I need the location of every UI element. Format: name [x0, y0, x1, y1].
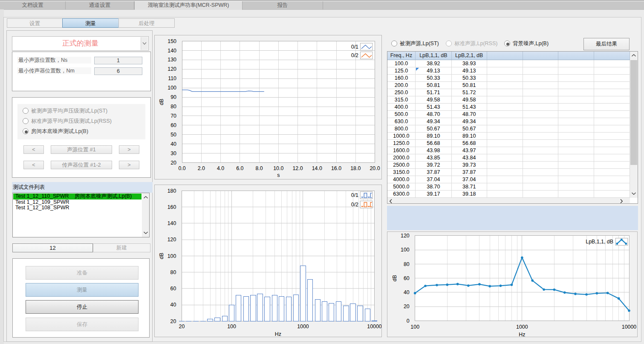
table-row[interactable]: 125.049.1349.13: [387, 67, 630, 75]
table-column-header[interactable]: LpB,2,1, dB: [452, 52, 487, 60]
table-cell[interactable]: [523, 67, 559, 74]
table-cell[interactable]: [487, 133, 523, 139]
table-column-header[interactable]: [523, 52, 559, 60]
scrollbar-thumb[interactable]: [630, 60, 637, 165]
table-cell[interactable]: [523, 147, 559, 154]
table-cell[interactable]: [523, 176, 559, 183]
table-cell[interactable]: 2000.0: [387, 154, 416, 161]
table-cell[interactable]: [523, 96, 559, 103]
test-file-listbox[interactable]: Test 1_12_110_SPWR房间本底噪声测试,Lp(B)Test 1_1…: [12, 193, 150, 237]
table-cell[interactable]: [559, 111, 595, 118]
table-cell[interactable]: [487, 96, 523, 103]
table-cell[interactable]: [559, 154, 595, 161]
table-column-header[interactable]: [487, 52, 523, 60]
table-cell[interactable]: 50.81: [452, 82, 487, 89]
table-cell[interactable]: 51.43: [416, 104, 452, 110]
table-cell[interactable]: [487, 60, 523, 67]
min-source-positions-input[interactable]: 1: [94, 57, 142, 64]
table-cell[interactable]: [523, 133, 559, 139]
source-position-next-button[interactable]: >: [119, 145, 139, 154]
table-row[interactable]: 100.038.9238.93: [387, 60, 630, 67]
table-row[interactable]: 200.050.8150.81: [387, 82, 630, 89]
table-cell[interactable]: [594, 176, 630, 183]
table-cell[interactable]: [523, 162, 559, 168]
table-cell[interactable]: 160.0: [387, 75, 416, 81]
mic-position-prev-button[interactable]: <: [23, 161, 44, 169]
table-cell[interactable]: [523, 118, 559, 125]
table-cell[interactable]: 89.10: [416, 133, 452, 139]
table-cell[interactable]: 38.92: [416, 60, 452, 67]
table-cell[interactable]: 56.68: [416, 140, 452, 147]
tab-document-settings[interactable]: 文档设置: [0, 1, 66, 9]
table-cell[interactable]: 50.33: [416, 75, 452, 81]
table-cell[interactable]: 48.70: [452, 111, 487, 118]
table-cell[interactable]: [559, 191, 595, 197]
table-cell[interactable]: [559, 140, 595, 147]
table-cell[interactable]: 39.17: [416, 191, 452, 197]
listbox-scrollbar[interactable]: [142, 193, 149, 237]
measure-button[interactable]: 测量: [26, 283, 139, 297]
table-cell[interactable]: [487, 176, 523, 183]
scroll-left-icon[interactable]: [390, 199, 392, 203]
table-row[interactable]: 250.051.7151.72: [387, 89, 630, 96]
table-cell[interactable]: 39.18: [452, 191, 487, 197]
table-cell[interactable]: [559, 118, 595, 125]
table-cell[interactable]: 49.13: [452, 67, 487, 74]
table-cell[interactable]: [594, 191, 630, 197]
table-cell[interactable]: [487, 104, 523, 110]
table-cell[interactable]: [559, 75, 595, 81]
table-cell[interactable]: 1000.0: [387, 133, 416, 139]
subtab-measure[interactable]: 测量: [62, 18, 119, 28]
table-cell[interactable]: 39.73: [452, 162, 487, 168]
table-cell[interactable]: [559, 176, 595, 183]
table-row[interactable]: 6300.039.1739.18: [387, 191, 630, 198]
table-cell[interactable]: [594, 82, 630, 89]
table-cell[interactable]: 43.85: [416, 154, 452, 161]
table-row[interactable]: 160.050.3350.33: [387, 75, 630, 82]
table-cell[interactable]: [594, 60, 630, 67]
measure-mode-dropdown[interactable]: 正式的测量: [12, 36, 149, 51]
min-mic-positions-input[interactable]: 6: [94, 67, 142, 75]
stop-button[interactable]: 停止: [26, 300, 139, 314]
table-row[interactable]: 630.049.3449.34: [387, 118, 630, 125]
tab-report[interactable]: 报告: [243, 1, 323, 9]
table-cell[interactable]: 48.70: [416, 111, 452, 118]
table-cell[interactable]: [594, 169, 630, 176]
table-cell[interactable]: 38.93: [452, 60, 487, 67]
table-cell[interactable]: 43.98: [416, 147, 452, 154]
scroll-down-icon[interactable]: [144, 231, 148, 234]
table-cell[interactable]: 39.72: [416, 162, 452, 168]
table-cell[interactable]: 89.10: [452, 133, 487, 139]
tab-channel-settings[interactable]: 通道设置: [66, 1, 134, 9]
file-count-input[interactable]: 12: [12, 243, 93, 252]
table-cell[interactable]: 630.0: [387, 118, 416, 125]
table-cell[interactable]: 37.04: [452, 176, 487, 183]
table-cell[interactable]: 50.67: [416, 125, 452, 132]
table-cell[interactable]: [594, 75, 630, 81]
table-cell[interactable]: 38.70: [416, 183, 452, 190]
table-cell[interactable]: [487, 125, 523, 132]
table-cell[interactable]: [487, 169, 523, 176]
table-cell[interactable]: [594, 133, 630, 139]
table-cell[interactable]: 315.0: [387, 96, 416, 103]
new-file-button[interactable]: 新建: [93, 243, 150, 252]
table-cell[interactable]: [523, 154, 559, 161]
table-vertical-scrollbar[interactable]: [630, 52, 638, 198]
table-cell[interactable]: [559, 147, 595, 154]
table-cell[interactable]: 2500.0: [387, 162, 416, 168]
table-cell[interactable]: [559, 169, 595, 176]
table-cell[interactable]: 800.0: [387, 125, 416, 132]
table-cell[interactable]: [523, 82, 559, 89]
table-cell[interactable]: [523, 104, 559, 110]
dropdown-arrow-button[interactable]: [141, 37, 148, 50]
table-cell[interactable]: [594, 118, 630, 125]
table-cell[interactable]: [487, 154, 523, 161]
table-horizontal-scrollbar[interactable]: [387, 198, 630, 203]
table-cell[interactable]: 200.0: [387, 82, 416, 89]
table-cell[interactable]: 6300.0: [387, 191, 416, 197]
table-cell[interactable]: 49.58: [452, 96, 487, 103]
table-cell[interactable]: [487, 89, 523, 96]
table-cell[interactable]: 5000.0: [387, 183, 416, 190]
table-cell[interactable]: [523, 191, 559, 197]
table-row[interactable]: 4000.037.0437.04: [387, 176, 630, 183]
